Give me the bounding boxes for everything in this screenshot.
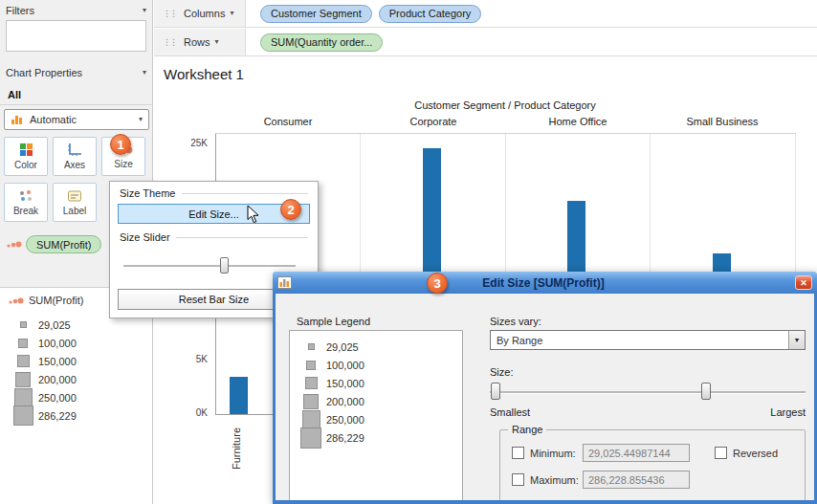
axes-button[interactable]: Axes (53, 137, 97, 176)
label-button[interactable]: Label (53, 183, 97, 222)
columns-shelf[interactable]: ⋮⋮ Columns ▾ Customer Segment Product Ca… (154, 0, 817, 28)
x-label-furniture[interactable]: Furniture (231, 420, 242, 470)
mark-type-dropdown[interactable]: Automatic ▾ (4, 109, 149, 130)
legend-value: 100,000 (326, 360, 364, 371)
size-legend-title: SUM(Profit) (29, 295, 83, 306)
legend-value: 100,000 (38, 338, 77, 349)
columns-shelf-field[interactable]: Customer Segment Product Category (247, 0, 817, 27)
axes-button-label: Axes (64, 160, 85, 170)
rows-shelf-field[interactable]: SUM(Quantity order... (247, 29, 817, 55)
close-button[interactable]: ✕ (795, 275, 812, 290)
size-swatch-wrap (8, 321, 38, 328)
grip-icon: ⋮⋮ (163, 10, 179, 18)
size-slider-track[interactable] (123, 265, 296, 267)
minimum-label: Minimum: (530, 448, 583, 459)
legend-item[interactable]: 250,000 (8, 388, 77, 406)
maximum-input[interactable]: 286,228.855436 (583, 471, 690, 489)
size-slider-section: Size Slider (120, 231, 308, 243)
size-swatch-wrap (8, 388, 38, 406)
slider-thumb-max[interactable] (701, 383, 711, 400)
reversed-checkbox[interactable] (715, 447, 727, 459)
size-swatch-wrap (8, 355, 38, 367)
pill-sum-quantity[interactable]: SUM(Quantity order... (260, 33, 383, 52)
size-legend-card: SUM(Profit) 29,025 100,000 150,000 200,0… (0, 287, 152, 504)
column-header-small-business[interactable]: Small Business (650, 116, 795, 127)
size-swatch-wrap (296, 394, 326, 409)
legend-item[interactable]: 286,229 (8, 406, 77, 425)
filters-shelf[interactable] (6, 20, 146, 52)
size-swatch-wrap (8, 339, 38, 348)
rows-shelf[interactable]: ⋮⋮ Rows ▾ SUM(Quantity order... (154, 29, 817, 56)
column-header-corporate[interactable]: Corporate (361, 116, 506, 127)
annotation-step-1: 1 (110, 134, 131, 155)
range-group-title: Range (508, 424, 546, 435)
sum-profit-pill[interactable]: SUM(Profit) (26, 235, 101, 253)
dialog-titlebar[interactable]: Edit Size [SUM(Profit)] ✕ (273, 272, 817, 294)
size-swatch (17, 355, 30, 367)
legend-value: 200,000 (38, 374, 77, 385)
legend-item: 100,000 (296, 356, 462, 374)
size-dots-icon (6, 239, 22, 250)
all-label: All (8, 89, 21, 100)
legend-value: 29,025 (38, 319, 71, 331)
collapse-caret-icon[interactable]: ▾ (143, 7, 146, 14)
sizes-vary-dropdown[interactable]: By Range ▼ (490, 330, 806, 350)
legend-value: 250,000 (38, 392, 77, 404)
minimum-input[interactable]: 29,025.44987144 (583, 444, 690, 462)
legend-item: 286,229 (296, 428, 462, 447)
dialog-chart-icon (277, 276, 292, 289)
legend-value: 200,000 (326, 396, 364, 407)
color-button[interactable]: Color (4, 137, 48, 176)
size-encoding-row: SUM(Profit) (6, 235, 101, 253)
size-button-label: Size (114, 159, 132, 169)
color-button-label: Color (14, 160, 37, 170)
columns-shelf-label: Columns (184, 8, 225, 19)
slider-thumb-min[interactable] (491, 383, 500, 400)
maximum-row: Maximum: 286,228.855436 (512, 471, 690, 489)
chart-column-field-header: Customer Segment / Product Category (215, 99, 795, 111)
filters-panel-header[interactable]: Filters ▾ (6, 5, 146, 16)
dialog-body: Sample Legend 29,025 100,000 150,000 200… (273, 294, 817, 504)
size-swatch (302, 410, 320, 428)
pill-product-category[interactable]: Product Category (379, 5, 482, 23)
chart-properties-header[interactable]: Chart Properties ▾ (6, 67, 146, 78)
y-tick-25k: 25K (175, 138, 208, 148)
break-button[interactable]: Break (4, 183, 48, 222)
pill-customer-segment[interactable]: Customer Segment (260, 5, 372, 23)
size-swatch (300, 427, 321, 449)
worksheet-title: Worksheet 1 (164, 66, 244, 82)
break-icon (18, 189, 33, 203)
size-slider-thumb[interactable] (220, 257, 229, 274)
legend-item[interactable]: 29,025 (8, 316, 77, 334)
size-swatch-wrap (296, 361, 326, 370)
size-range-slider (490, 380, 806, 405)
size-swatch (308, 343, 315, 350)
column-header-home-office[interactable]: Home Office (505, 116, 651, 127)
minimum-checkbox[interactable] (512, 447, 524, 459)
size-slider-label: Size Slider (120, 231, 170, 243)
size-legend-header: SUM(Profit) (8, 295, 83, 306)
size-swatch (18, 339, 28, 348)
legend-item[interactable]: 100,000 (8, 334, 77, 352)
size-swatch (303, 394, 319, 409)
column-header-consumer[interactable]: Consumer (215, 116, 361, 127)
section-rule (176, 237, 308, 238)
chevron-down-icon[interactable]: ▼ (788, 331, 805, 349)
sample-legend-box: 29,025 100,000 150,000 200,000 250,000 2… (289, 330, 463, 504)
size-swatch-wrap (296, 377, 326, 389)
chevron-down-icon[interactable]: ▾ (230, 10, 233, 17)
slider-track[interactable] (490, 391, 806, 393)
slider-endpoint-labels: Smallest Largest (490, 406, 806, 418)
chevron-down-icon[interactable]: ▾ (215, 38, 219, 46)
y-tick-0k: 0K (175, 407, 208, 418)
size-label: Size: (490, 366, 513, 378)
marks-card-all-label: All (0, 84, 153, 105)
label-button-label: Label (63, 206, 86, 216)
legend-item[interactable]: 150,000 (8, 352, 77, 370)
bar-consumer-furniture[interactable] (230, 377, 248, 414)
legend-item[interactable]: 200,000 (8, 370, 77, 388)
collapse-caret-icon[interactable]: ▾ (143, 69, 146, 77)
maximum-checkbox[interactable] (512, 473, 524, 486)
size-swatch (306, 361, 316, 370)
sample-legend-title: Sample Legend (297, 316, 370, 327)
